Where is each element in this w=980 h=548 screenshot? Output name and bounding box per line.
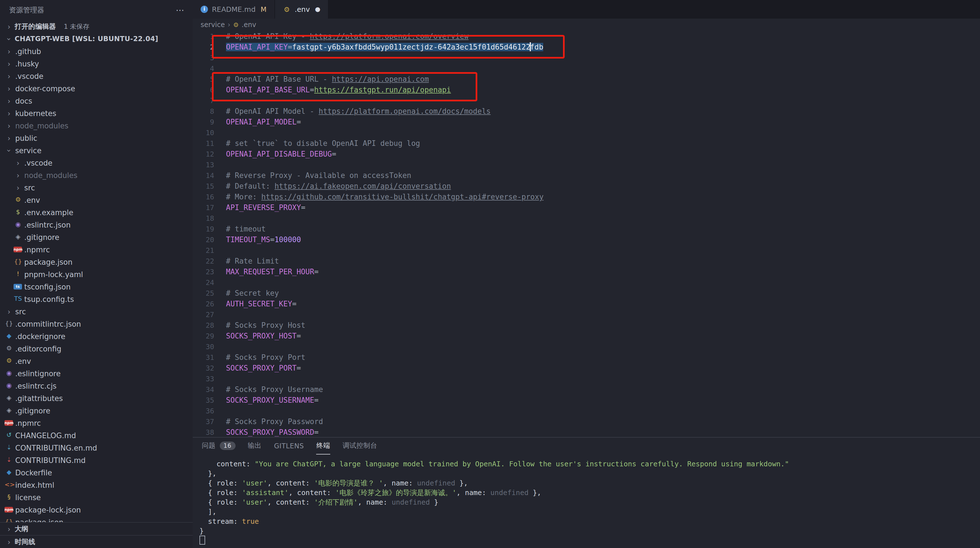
code-line-8[interactable]: 8# OpenAI API Model - https://platform.o… xyxy=(193,106,980,117)
code-line-15[interactable]: 15# Default: https://ai.fakeopen.com/api… xyxy=(193,181,980,192)
code-line-35[interactable]: 35SOCKS_PROXY_USERNAME= xyxy=(193,395,980,405)
eslint-icon: ◉ xyxy=(14,221,22,229)
panel-tab-输出[interactable]: 输出 xyxy=(248,438,261,454)
line-number: 22 xyxy=(193,256,214,267)
file-item-.eslintignore[interactable]: ◉.eslintignore xyxy=(0,367,193,380)
file-item-.env.example[interactable]: $.env.example xyxy=(0,206,193,219)
code-line-38[interactable]: 38SOCKS_PROXY_PASSWORD= xyxy=(193,427,980,437)
code-line-34[interactable]: 34# Socks Proxy Username xyxy=(193,384,980,395)
tab-README.md[interactable]: iREADME.mdM xyxy=(193,0,275,19)
code-line-18[interactable]: 18 xyxy=(193,213,980,224)
file-item-.npmrc[interactable]: npm.npmrc xyxy=(0,417,193,429)
panel-tab-GITLENS[interactable]: GITLENS xyxy=(274,438,304,454)
code-line-17[interactable]: 17API_REVERSE_PROXY= xyxy=(193,202,980,213)
folder-item-service[interactable]: ›service xyxy=(0,144,193,157)
file-item-.dockerignore[interactable]: ◆.dockerignore xyxy=(0,330,193,342)
code-line-11[interactable]: 11# set `true` to disable OpenAI API deb… xyxy=(193,138,980,149)
file-item-.env[interactable]: ⚙.env xyxy=(0,194,193,206)
file-item-.gitignore[interactable]: ◈.gitignore xyxy=(0,231,193,243)
workspace-section[interactable]: › CHATGPT-WEB [WSL: UBUNTU-22.04] xyxy=(0,33,193,45)
code-line-25[interactable]: 25# Secret key xyxy=(193,288,980,299)
folder-item-node_modules[interactable]: ›node_modules xyxy=(0,169,193,181)
code-line-19[interactable]: 19# timeout xyxy=(193,224,980,234)
code-line-32[interactable]: 32SOCKS_PROXY_PORT= xyxy=(193,363,980,373)
file-item-package.json[interactable]: {}package.json xyxy=(0,516,193,522)
code-line-16[interactable]: 16# More: https://github.com/transitive-… xyxy=(193,192,980,202)
folder-item-.vscode[interactable]: ›.vscode xyxy=(0,70,193,82)
code-line-27[interactable]: 27 xyxy=(193,309,980,320)
file-item-.gitattributes[interactable]: ◈.gitattributes xyxy=(0,392,193,404)
code-line-5[interactable]: 5# OpenAI API Base URL - https://api.ope… xyxy=(193,74,980,84)
code-line-14[interactable]: 14# Reverse Proxy - Available on accessT… xyxy=(193,170,980,181)
tab-.env[interactable]: ⚙.env● xyxy=(275,0,329,19)
code-line-13[interactable]: 13 xyxy=(193,159,980,170)
file-item-CHANGELOG.md[interactable]: ↺CHANGELOG.md xyxy=(0,429,193,442)
code-line-6[interactable]: 6OPENAI_API_BASE_URL=https://fastgpt.run… xyxy=(193,84,980,95)
file-item-.commitlintrc.json[interactable]: {}.commitlintrc.json xyxy=(0,318,193,330)
editor-code-area[interactable]: 1# OpenAI API Key - https://platform.ope… xyxy=(193,31,980,437)
breadcrumb-file[interactable]: .env xyxy=(242,21,256,29)
file-item-.env[interactable]: ⚙.env xyxy=(0,355,193,367)
open-editors-section[interactable]: › 打开的编辑器 1 未保存 xyxy=(0,20,193,33)
terminal-output[interactable]: content: "You are ChatGPT, a large langu… xyxy=(193,454,980,548)
code-line-29[interactable]: 29SOCKS_PROXY_HOST= xyxy=(193,330,980,341)
code-line-28[interactable]: 28# Socks Proxy Host xyxy=(193,320,980,330)
file-item-.eslintrc.json[interactable]: ◉.eslintrc.json xyxy=(0,219,193,231)
folder-item-docs[interactable]: ›docs xyxy=(0,95,193,107)
file-item-CONTRIBUTING.md[interactable]: ⇣CONTRIBUTING.md xyxy=(0,454,193,466)
file-item-.editorconfig[interactable]: ⚙.editorconfig xyxy=(0,342,193,355)
folder-item-public[interactable]: ›public xyxy=(0,132,193,144)
folder-item-docker-compose[interactable]: ›docker-compose xyxy=(0,82,193,95)
code-line-23[interactable]: 23MAX_REQUEST_PER_HOUR= xyxy=(193,267,980,277)
html-icon: <> xyxy=(5,481,14,489)
breadcrumb-folder[interactable]: service xyxy=(200,21,225,29)
panel-tab-问题[interactable]: 问题16 xyxy=(202,438,235,454)
file-item-license[interactable]: §license xyxy=(0,491,193,504)
code-line-3[interactable]: 3 xyxy=(193,52,980,63)
panel-tab-终端[interactable]: 终端 xyxy=(317,438,330,454)
file-item-.npmrc[interactable]: npm.npmrc xyxy=(0,243,193,256)
folder-item-.vscode[interactable]: ›.vscode xyxy=(0,157,193,169)
line-number: 26 xyxy=(193,299,214,309)
file-item-tsup.config.ts[interactable]: TStsup.config.ts xyxy=(0,293,193,305)
file-item-CONTRIBUTING.en.md[interactable]: ⇣CONTRIBUTING.en.md xyxy=(0,442,193,454)
file-item-tsconfig.json[interactable]: tstsconfig.json xyxy=(0,281,193,293)
code-line-37[interactable]: 37# Socks Proxy Password xyxy=(193,416,980,427)
folder-item-.github[interactable]: ›.github xyxy=(0,45,193,57)
file-item-Dockerfile[interactable]: ◆Dockerfile xyxy=(0,466,193,479)
folder-item-node_modules[interactable]: ›node_modules xyxy=(0,119,193,132)
file-item-pnpm-lock.yaml[interactable]: !pnpm-lock.yaml xyxy=(0,268,193,281)
code-line-22[interactable]: 22# Rate Limit xyxy=(193,256,980,267)
code-line-21[interactable]: 21 xyxy=(193,245,980,256)
code-line-36[interactable]: 36 xyxy=(193,405,980,416)
more-actions-icon[interactable]: ⋯ xyxy=(176,5,185,15)
file-item-index.html[interactable]: <>index.html xyxy=(0,479,193,491)
code-line-24[interactable]: 24 xyxy=(193,277,980,288)
folder-item-src[interactable]: ›src xyxy=(0,181,193,194)
folder-item-src[interactable]: ›src xyxy=(0,305,193,318)
code-line-7[interactable]: 7 xyxy=(193,95,980,106)
code-line-30[interactable]: 30 xyxy=(193,341,980,352)
code-line-4[interactable]: 4 xyxy=(193,63,980,74)
tree-item-label: .gitignore xyxy=(15,407,50,415)
chevron-down-icon: › xyxy=(5,34,13,43)
panel-tab-调试控制台[interactable]: 调试控制台 xyxy=(343,438,377,454)
timeline-section[interactable]: › 时间线 xyxy=(0,535,193,548)
tree-item-label: package-lock.json xyxy=(15,505,81,514)
code-line-33[interactable]: 33 xyxy=(193,373,980,384)
code-line-31[interactable]: 31# Socks Proxy Port xyxy=(193,352,980,363)
code-line-2[interactable]: 2OPENAI_API_KEY=fastgpt-y6b3axfbdd5wyp01… xyxy=(193,42,980,52)
file-item-package-lock.json[interactable]: npmpackage-lock.json xyxy=(0,504,193,516)
code-line-9[interactable]: 9OPENAI_API_MODEL= xyxy=(193,117,980,127)
file-item-.eslintrc.cjs[interactable]: ◉.eslintrc.cjs xyxy=(0,380,193,392)
file-item-package.json[interactable]: {}package.json xyxy=(0,256,193,268)
outline-section[interactable]: › 大纲 xyxy=(0,522,193,535)
code-line-10[interactable]: 10 xyxy=(193,127,980,138)
code-line-12[interactable]: 12OPENAI_API_DISABLE_DEBUG= xyxy=(193,149,980,159)
folder-item-.husky[interactable]: ›.husky xyxy=(0,57,193,70)
code-line-20[interactable]: 20TIMEOUT_MS=100000 xyxy=(193,234,980,245)
code-line-1[interactable]: 1# OpenAI API Key - https://platform.ope… xyxy=(193,31,980,42)
code-line-26[interactable]: 26AUTH_SECRET_KEY= xyxy=(193,299,980,309)
folder-item-kubernetes[interactable]: ›kubernetes xyxy=(0,107,193,119)
file-item-.gitignore[interactable]: ◈.gitignore xyxy=(0,404,193,417)
